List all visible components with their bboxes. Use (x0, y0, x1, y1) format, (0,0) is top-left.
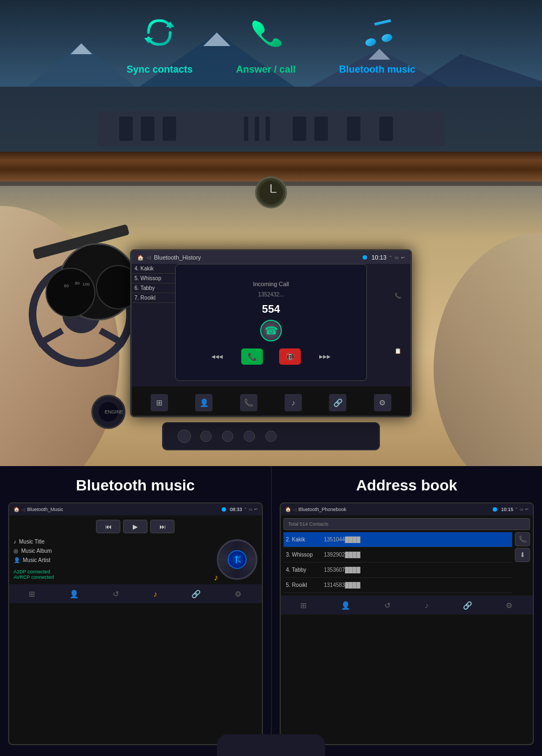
nav-link-icon[interactable]: 🔗 (191, 590, 201, 598)
nav-music-icon[interactable]: ♪ (153, 590, 157, 598)
contacts-search[interactable]: Total 514 Contacts (283, 518, 531, 530)
addr-back: ↩ (525, 507, 528, 512)
download-contact-btn[interactable]: ⬇ (515, 548, 530, 562)
screen-bt-icon: ◁ (147, 255, 151, 260)
answer-call-feature: Answer / call (236, 11, 295, 75)
screen-mode-icon: ▭ (395, 255, 399, 260)
svg-point-39 (46, 268, 95, 317)
addr-home-icon: 🏠 (285, 507, 291, 512)
vinyl-disc (217, 539, 257, 580)
svg-rect-19 (141, 117, 154, 141)
call-contact-btn[interactable]: 📞 (515, 532, 530, 546)
svg-rect-24 (293, 117, 306, 141)
bt-music-screen-title: Bluetooth_Music (27, 507, 63, 512)
addr-status-bar: 🏠 ◁ Bluetooth_Phonebook 10:15 ⌃ ▭ ↩ (281, 503, 533, 515)
hu-grid-btn[interactable]: ⊞ (151, 394, 168, 411)
bluetooth-music-panel: Bluetooth music 🏠 ◁ Bluetooth_Music 08:3… (0, 466, 271, 756)
contact-number-4: 1353607████ (324, 567, 510, 573)
vinyl-container: ♪ (217, 539, 257, 580)
reject-call-button[interactable]: 📵 (279, 348, 301, 365)
contacts-container: 2. Kakik 1351044████ 3. Whissop 1392902█… (283, 532, 531, 593)
next-icon: ⏭ (159, 523, 166, 531)
addr-nav-music[interactable]: ♪ (425, 601, 429, 610)
contact-row-4[interactable]: 4. Tabby 1353607████ (283, 563, 513, 578)
hu-person-btn[interactable]: 👤 (195, 394, 212, 411)
sync-contacts-feature: Sync contacts (126, 11, 192, 75)
sync-contacts-label: Sync contacts (126, 64, 192, 75)
address-book-screen: 🏠 ◁ Bluetooth_Phonebook 10:15 ⌃ ▭ ↩ Tota… (280, 502, 534, 745)
svg-point-52 (244, 431, 255, 442)
hu-music-btn[interactable]: ♪ (285, 394, 302, 411)
bt-music-back: ↩ (254, 507, 257, 512)
nav-refresh-icon[interactable]: ↺ (113, 590, 119, 598)
address-content: Total 514 Contacts 2. Kakik 1351044████ … (281, 515, 533, 596)
svg-line-57 (238, 556, 241, 558)
svg-rect-22 (255, 117, 259, 141)
hu-phone-btn[interactable]: 📞 (240, 394, 257, 411)
bt-music-panel-title: Bluetooth music (8, 477, 263, 494)
contact-name-5: 5. Rooikl (286, 582, 324, 588)
contacts-count-text: Total 514 Contacts (288, 521, 329, 527)
svg-text:80: 80 (75, 281, 80, 286)
screen-title: Bluetooth_History (154, 254, 201, 261)
side-icon-2: 📋 (395, 348, 401, 354)
addr-nav-settings[interactable]: ⚙ (506, 601, 513, 610)
head-unit-bottom-bar: ⊞ 👤 📞 ♪ 🔗 ⚙ (132, 386, 410, 417)
contact-number-5: 1314583████ (324, 582, 510, 588)
svg-point-51 (222, 431, 233, 442)
contact-name-3: 3. Whissop (286, 552, 324, 558)
screen-time: 10:13 (371, 254, 386, 261)
bt-music-content: ⏮ ▶ ⏭ ♪ Music Title (9, 515, 262, 584)
bt-status-dot (363, 255, 367, 260)
addr-nav-grid[interactable]: ⊞ (300, 601, 307, 610)
hu-link-btn[interactable]: 🔗 (329, 394, 346, 411)
addr-nav-refresh[interactable]: ↺ (384, 601, 391, 610)
screen-status-bar: 🏠 ◁ Bluetooth_History 10:13 ⌃ ▭ ↩ (132, 251, 410, 264)
music-info-row: ♪ Music Title ◎ Music Album 👤 Music Arti… (14, 539, 257, 580)
nav-grid-icon[interactable]: ⊞ (29, 590, 35, 598)
svg-point-53 (266, 431, 276, 442)
music-icon (356, 11, 399, 60)
bottom-section: Bluetooth music 🏠 ◁ Bluetooth_Music 08:3… (0, 466, 542, 756)
svg-rect-27 (379, 117, 393, 141)
a2dp-status: A2DP connected (14, 569, 54, 574)
contact-name-4: 4. Tabby (286, 567, 324, 573)
next-track-btn[interactable]: ⏭ (150, 520, 175, 533)
play-pause-btn[interactable]: ▶ (123, 520, 147, 533)
swipe-right-hint: ▶▶▶ (319, 354, 331, 359)
addr-nav-link[interactable]: 🔗 (463, 601, 472, 610)
person-icon: 👤 (14, 557, 20, 563)
expand-icon: ⌃ (389, 255, 392, 260)
contact-list: 2. Kakik 1351044████ 3. Whissop 1392902█… (283, 532, 513, 593)
svg-text:100: 100 (82, 282, 90, 287)
nav-settings-icon[interactable]: ⚙ (235, 590, 242, 598)
nav-person-icon[interactable]: 👤 (69, 590, 79, 598)
album-icon: ◎ (14, 548, 18, 554)
contact-row-3[interactable]: 3. Whissop 1392902████ (283, 547, 513, 563)
bt-music-expand: ⌃ (244, 507, 247, 512)
bt-music-arrow-icon: ◁ (22, 507, 25, 512)
addr-nav-person[interactable]: 👤 (341, 601, 350, 610)
incoming-call-label: Incoming Call (253, 281, 289, 287)
bluetooth-music-feature: Bluetooth music (339, 11, 416, 75)
caller-avatar: ☎ (260, 320, 282, 341)
music-artist-item: 👤 Music Artist (14, 557, 54, 563)
bt-music-time: 08:33 (230, 507, 242, 512)
svg-line-58 (238, 561, 241, 563)
music-album-item: ◎ Music Album (14, 548, 54, 554)
svg-rect-21 (244, 117, 248, 141)
call-icon (244, 11, 288, 60)
incoming-call-overlay: Incoming Call 1352432... 554 ☎ ◀◀◀ 📞 📵 ▶… (175, 264, 367, 381)
contact-row-2[interactable]: 2. Kakik 1351044████ (283, 532, 513, 547)
answer-call-label: Answer / call (236, 64, 295, 75)
caller-number: 554 (262, 303, 280, 315)
bluetooth-music-label: Bluetooth music (339, 64, 416, 75)
music-status: A2DP connected AVRCP connected (14, 569, 54, 580)
prev-track-btn[interactable]: ⏮ (96, 520, 120, 533)
accept-call-button[interactable]: 📞 (241, 348, 263, 365)
bt-music-mode: ▭ (249, 507, 253, 512)
music-title-text: Music Title (19, 539, 44, 545)
addr-expand: ⌃ (515, 507, 518, 512)
contact-row-5[interactable]: 5. Rooikl 1314583████ (283, 578, 513, 593)
hu-settings-btn[interactable]: ⚙ (374, 394, 391, 411)
